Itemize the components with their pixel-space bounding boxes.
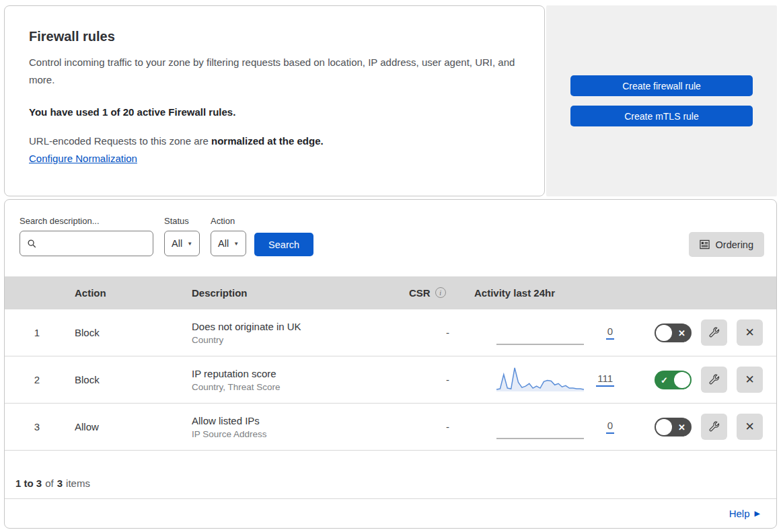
action-dropdown-value: All — [218, 238, 229, 249]
search-box[interactable] — [20, 231, 153, 256]
action-filter-group: Action All ▼ — [211, 216, 246, 256]
rule-controls: ✓ ✕ ✕ — [622, 367, 776, 393]
close-icon: ✕ — [745, 326, 754, 340]
search-icon — [27, 239, 37, 249]
edit-rule-button[interactable] — [701, 319, 727, 346]
close-icon: ✕ — [745, 420, 754, 434]
help-label: Help — [729, 508, 750, 519]
rule-fields: IP Source Address — [192, 429, 397, 439]
activity-count-link[interactable]: 0 — [606, 420, 614, 434]
rules-card: Search description... Status All ▼ Actio… — [4, 199, 777, 529]
info-icon[interactable]: i — [435, 287, 446, 298]
rule-description: Allow listed IPs — [192, 415, 397, 426]
search-label: Search description... — [20, 216, 153, 226]
edit-rule-button[interactable] — [701, 414, 727, 440]
configure-normalization-link[interactable]: Configure Normalization — [29, 153, 137, 164]
rule-enabled-toggle[interactable]: ✓ ✕ — [655, 371, 692, 389]
chevron-down-icon: ▼ — [233, 241, 239, 247]
items-total: 3 — [57, 478, 63, 489]
delete-rule-button[interactable]: ✕ — [737, 367, 763, 393]
status-dropdown-value: All — [172, 238, 182, 249]
ordering-button[interactable]: Ordering — [689, 232, 764, 257]
rule-priority: 1 — [5, 327, 69, 338]
toggle-knob — [674, 372, 690, 388]
rule-description-cell: Does not originate in UK Country — [185, 321, 397, 345]
cta-panel: Create firewall rule Create mTLS rule — [546, 5, 777, 196]
status-label: Status — [164, 216, 200, 226]
create-mtls-rule-button[interactable]: Create mTLS rule — [570, 106, 753, 126]
delete-rule-button[interactable]: ✕ — [737, 319, 763, 346]
rule-action: Allow — [69, 421, 185, 432]
rule-csr-value: - — [397, 327, 464, 338]
csr-column-header: CSR i — [397, 287, 464, 299]
arrow-right-icon: ▶ — [755, 509, 760, 518]
close-icon: ✕ — [745, 373, 754, 387]
items-label: items — [66, 478, 90, 489]
rule-description-cell: IP reputation score Country, Threat Scor… — [185, 368, 397, 392]
items-range: 1 to 3 — [15, 478, 42, 489]
status-filter-group: Status All ▼ — [164, 216, 200, 256]
rule-controls: ✓ ✕ ✕ — [622, 414, 776, 440]
intro-card: Firewall rules Control incoming traffic … — [4, 5, 545, 196]
rule-priority: 3 — [5, 421, 69, 432]
activity-count-link[interactable]: 0 — [606, 326, 614, 340]
toggle-knob — [656, 419, 672, 435]
wrench-icon — [708, 420, 720, 433]
table-row: 2 Block IP reputation score Country, Thr… — [5, 356, 776, 403]
rule-action: Block — [69, 374, 185, 385]
rule-description-cell: Allow listed IPs IP Source Address — [185, 415, 397, 439]
wrench-icon — [708, 373, 720, 386]
chevron-down-icon: ▼ — [187, 241, 192, 247]
items-of-label: of — [45, 478, 54, 489]
firewall-rules-page: Firewall rules Control incoming traffic … — [0, 0, 781, 532]
rule-enabled-toggle[interactable]: ✓ ✕ — [655, 324, 692, 342]
rule-priority: 2 — [5, 374, 69, 385]
activity-sparkline — [496, 412, 584, 442]
activity-count-link[interactable]: 111 — [596, 373, 614, 387]
normalization-bold-text: normalized at the edge. — [211, 135, 324, 147]
action-column-header: Action — [69, 287, 185, 299]
rule-activity-cell: 0 — [464, 412, 622, 442]
action-label: Action — [211, 216, 246, 226]
rule-csr-value: - — [397, 374, 464, 385]
edit-rule-button[interactable] — [701, 367, 727, 393]
cross-icon: ✕ — [678, 328, 685, 338]
rule-fields: Country — [192, 335, 397, 345]
rule-activity-cell: 111 — [464, 365, 622, 395]
usage-summary: You have used 1 of 20 active Firewall ru… — [29, 106, 517, 118]
search-description-input[interactable] — [42, 237, 146, 250]
rule-action: Block — [69, 327, 185, 338]
delete-rule-button[interactable]: ✕ — [737, 414, 763, 440]
activity-sparkline — [496, 365, 584, 395]
rule-enabled-toggle[interactable]: ✓ ✕ — [655, 418, 692, 436]
table-row: 3 Allow Allow listed IPs IP Source Addre… — [5, 403, 776, 450]
create-firewall-rule-button[interactable]: Create firewall rule — [570, 75, 753, 96]
page-title: Firewall rules — [29, 29, 517, 44]
cross-icon: ✕ — [678, 422, 685, 432]
activity-sparkline — [496, 318, 584, 348]
rule-description: Does not originate in UK — [192, 321, 397, 332]
table-header: Action Description CSR i Activity last 2… — [5, 276, 776, 309]
rule-fields: Country, Threat Score — [192, 382, 397, 392]
check-icon: ✓ — [661, 375, 668, 385]
card-footer: Help ▶ — [5, 498, 776, 528]
status-dropdown[interactable]: All ▼ — [164, 231, 200, 256]
page-description: Control incoming traffic to your zone by… — [29, 54, 517, 89]
help-link[interactable]: Help ▶ — [729, 508, 760, 519]
table-row: 1 Block Does not originate in UK Country… — [5, 309, 776, 356]
normalization-text: URL-encoded Requests to this zone are — [29, 135, 211, 147]
rule-description: IP reputation score — [192, 368, 397, 379]
ordering-button-label: Ordering — [716, 239, 753, 250]
search-group: Search description... — [20, 216, 153, 256]
action-dropdown[interactable]: All ▼ — [211, 231, 246, 256]
pagination-summary: 1 to 3 of 3 items — [5, 450, 776, 498]
description-column-header: Description — [185, 287, 397, 299]
ordering-list-icon — [700, 239, 710, 250]
activity-column-header: Activity last 24hr — [464, 287, 622, 299]
rule-activity-cell: 0 — [464, 318, 622, 348]
normalization-note: URL-encoded Requests to this zone are no… — [29, 135, 517, 147]
toggle-knob — [656, 325, 672, 341]
rule-controls: ✓ ✕ ✕ — [622, 319, 776, 346]
search-button[interactable]: Search — [254, 233, 313, 256]
rule-csr-value: - — [397, 421, 464, 432]
